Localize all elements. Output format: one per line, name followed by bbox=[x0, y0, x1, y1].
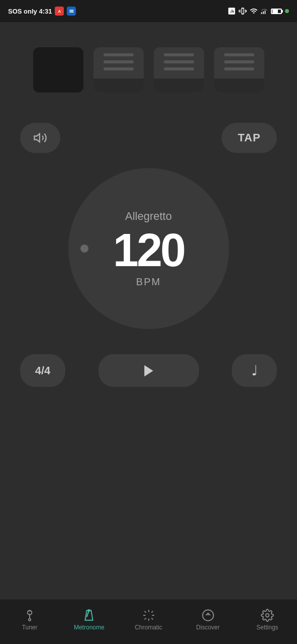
svg-marker-4 bbox=[144, 365, 153, 376]
svg-rect-1 bbox=[263, 12, 264, 14]
status-right bbox=[228, 7, 289, 15]
status-left: SOS only 4:31 A ✉ bbox=[8, 7, 76, 16]
tempo-dial[interactable]: Allegretto 120 BPM bbox=[68, 168, 229, 329]
tab-metronome[interactable]: Metronome bbox=[59, 599, 119, 644]
svg-line-17 bbox=[151, 611, 153, 612]
status-bar: SOS only 4:31 A ✉ bbox=[0, 0, 297, 22]
tuner-icon bbox=[23, 609, 36, 622]
tab-chromatic-label: Chromatic bbox=[135, 624, 162, 631]
note-icon: ♩ bbox=[251, 362, 258, 379]
chromatic-icon bbox=[142, 609, 155, 622]
beat-block-3[interactable] bbox=[154, 47, 204, 93]
svg-line-12 bbox=[144, 611, 146, 612]
tab-settings-label: Settings bbox=[256, 624, 278, 631]
tap-button[interactable]: TAP bbox=[222, 123, 277, 153]
tab-tuner-label: Tuner bbox=[22, 624, 38, 631]
battery-icon bbox=[271, 9, 282, 14]
metronome-icon bbox=[82, 609, 95, 622]
tab-tuner[interactable]: Tuner bbox=[0, 599, 59, 644]
beat-section bbox=[0, 27, 297, 103]
beat-block-4[interactable] bbox=[214, 47, 264, 93]
svg-rect-0 bbox=[261, 12, 262, 14]
tab-bar: Tuner Metronome Chromatic bbox=[0, 599, 297, 644]
svg-marker-3 bbox=[34, 134, 40, 142]
beat-block-2[interactable] bbox=[93, 47, 144, 93]
bpm-label: BPM bbox=[136, 276, 161, 288]
svg-point-5 bbox=[29, 618, 31, 620]
settings-icon bbox=[261, 609, 274, 622]
tab-chromatic[interactable]: Chromatic bbox=[119, 599, 178, 644]
svg-line-13 bbox=[151, 618, 153, 619]
bpm-value: 120 bbox=[113, 227, 184, 273]
tab-discover[interactable]: Discover bbox=[178, 599, 238, 644]
nfc-icon bbox=[228, 7, 236, 15]
svg-line-16 bbox=[144, 618, 146, 619]
tab-discover-label: Discover bbox=[196, 624, 220, 631]
play-icon bbox=[141, 363, 156, 378]
volume-button[interactable] bbox=[20, 123, 60, 153]
status-text: SOS only 4:31 bbox=[8, 8, 52, 15]
tab-metronome-label: Metronome bbox=[74, 624, 105, 631]
tempo-name: Allegretto bbox=[125, 210, 172, 223]
status-red-icon: A bbox=[55, 7, 64, 16]
volume-icon bbox=[33, 131, 47, 145]
tab-settings[interactable]: Settings bbox=[238, 599, 297, 644]
wifi-icon bbox=[250, 7, 258, 15]
status-blue-icon: ✉ bbox=[67, 7, 76, 16]
time-signature-button[interactable]: 4/4 bbox=[20, 354, 65, 387]
note-button[interactable]: ♩ bbox=[232, 354, 277, 387]
green-dot-icon bbox=[285, 9, 289, 13]
svg-rect-2 bbox=[265, 11, 266, 14]
svg-point-9 bbox=[88, 609, 90, 611]
signal-icon bbox=[261, 7, 268, 15]
vibrate-icon bbox=[239, 7, 247, 15]
discover-icon bbox=[202, 609, 215, 622]
beat-block-1[interactable] bbox=[33, 47, 83, 93]
dial-container[interactable]: Allegretto 120 BPM bbox=[0, 163, 297, 334]
play-button[interactable] bbox=[98, 354, 199, 387]
svg-point-21 bbox=[266, 613, 269, 617]
bottom-controls: 4/4 ♩ bbox=[0, 339, 297, 402]
controls-row: TAP bbox=[0, 113, 297, 163]
dial-indicator bbox=[80, 245, 88, 253]
